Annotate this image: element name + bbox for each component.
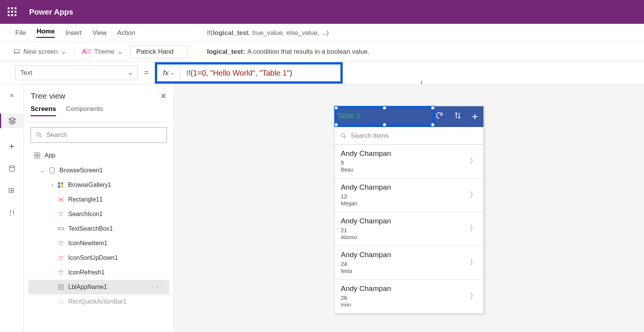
menu-home[interactable]: Home bbox=[36, 28, 54, 38]
tree-view-icon[interactable] bbox=[8, 117, 16, 125]
svg-point-21 bbox=[59, 241, 61, 243]
svg-rect-14 bbox=[61, 185, 63, 188]
list-item[interactable]: Andy Champan 12 Megan 〉 bbox=[335, 178, 483, 212]
formula-bar: Text ⌄ = fx⌄ If(1=0, "Hello World", "Tab… bbox=[0, 61, 644, 84]
svg-point-4 bbox=[37, 133, 40, 136]
svg-point-24 bbox=[61, 256, 63, 258]
control-icon bbox=[58, 269, 64, 276]
sort-icon[interactable] bbox=[453, 111, 462, 122]
svg-rect-6 bbox=[34, 153, 37, 155]
item-name: Andy Champan bbox=[341, 284, 391, 293]
item-subtitle: Beau bbox=[341, 167, 391, 173]
screen-icon bbox=[49, 167, 56, 174]
control-icon bbox=[58, 254, 64, 261]
refresh-icon[interactable] bbox=[435, 111, 444, 122]
chevron-right-icon[interactable]: 〉 bbox=[470, 291, 477, 301]
item-subtitle: Alonso bbox=[341, 234, 391, 240]
font-selector[interactable]: Patrick Hand bbox=[130, 45, 188, 58]
menu-view[interactable]: View bbox=[92, 29, 107, 37]
gallery-icon bbox=[57, 182, 64, 188]
chevron-right-icon: › bbox=[51, 182, 53, 188]
item-name: Andy Champan bbox=[341, 183, 391, 192]
tree-item-rectangle11[interactable]: Rectangle11 bbox=[28, 192, 169, 207]
svg-point-26 bbox=[61, 271, 63, 272]
app-search-input[interactable]: Search items bbox=[335, 127, 483, 145]
app-launcher-icon[interactable] bbox=[8, 7, 17, 17]
equals-label: = bbox=[144, 68, 149, 77]
list-item[interactable]: Andy Champan 21 Alonso 〉 bbox=[335, 212, 483, 246]
tab-screens[interactable]: Screens bbox=[31, 105, 56, 116]
new-screen-button[interactable]: New screen ⌄ bbox=[13, 48, 66, 56]
tree-item-lblappname1[interactable]: LblAppName1 · · · bbox=[28, 280, 169, 294]
list-item[interactable]: Andy Champan 26 Irvin 〉 bbox=[335, 280, 483, 313]
property-dropdown[interactable]: Text ⌄ bbox=[15, 66, 138, 80]
item-number: 24 bbox=[341, 261, 391, 267]
item-name: Andy Champan bbox=[341, 149, 391, 158]
item-subtitle: Megan bbox=[341, 200, 391, 206]
svg-rect-0 bbox=[14, 50, 20, 53]
tab-components[interactable]: Components bbox=[66, 105, 103, 116]
svg-rect-9 bbox=[38, 156, 40, 158]
title-bar: Power Apps bbox=[0, 0, 644, 24]
tree-item-iconnewitem1[interactable]: IconNewItem1 bbox=[28, 236, 169, 251]
app-preview: Table 1 + Search items Andy Champan 5 Be… bbox=[334, 106, 484, 314]
add-icon[interactable]: + bbox=[472, 111, 478, 123]
chevron-right-icon[interactable]: 〉 bbox=[470, 257, 477, 268]
svg-rect-13 bbox=[58, 185, 60, 188]
svg-rect-11 bbox=[58, 182, 60, 185]
close-icon[interactable]: ✕ bbox=[160, 91, 167, 101]
chevron-down-icon: ⌄ bbox=[128, 69, 133, 77]
chevron-right-icon[interactable]: 〉 bbox=[470, 190, 477, 200]
list-item[interactable]: Andy Champan 24 Neta 〉 bbox=[335, 246, 483, 280]
tree-search-input[interactable]: Search bbox=[31, 127, 167, 143]
item-number: 26 bbox=[341, 294, 391, 301]
formula-input[interactable]: If(1=0, "Hello World", "Table 1") bbox=[181, 68, 292, 78]
chevron-down-icon: ⌄ bbox=[40, 167, 45, 174]
tree-item-browsegallery1[interactable]: › BrowseGallery1 bbox=[28, 178, 169, 192]
plus-icon[interactable]: + bbox=[8, 142, 16, 150]
item-name: Andy Champan bbox=[341, 217, 391, 225]
design-canvas[interactable]: Table 1 + Search items Andy Champan 5 Be… bbox=[174, 84, 644, 332]
tree-item-rectquickactionbar1[interactable]: RectQuickActionBar1 bbox=[28, 294, 169, 309]
svg-point-18 bbox=[61, 212, 63, 214]
label-icon bbox=[58, 284, 64, 291]
tree-item-browsescreen1[interactable]: ⌄ BrowseScreen1 bbox=[28, 163, 169, 178]
svg-rect-28 bbox=[59, 300, 63, 303]
svg-point-22 bbox=[61, 241, 63, 243]
tree-item-iconsortupdown1[interactable]: IconSortUpDown1 bbox=[28, 251, 169, 265]
data-icon[interactable] bbox=[8, 164, 16, 173]
selected-label-text[interactable]: Table 1 bbox=[337, 112, 360, 120]
menu-action[interactable]: Action bbox=[117, 29, 135, 37]
tree-item-iconrefresh1[interactable]: IconRefresh1 bbox=[28, 265, 169, 280]
search-icon bbox=[340, 132, 347, 139]
left-rail: ≡ + bbox=[0, 84, 24, 332]
svg-rect-8 bbox=[34, 156, 37, 158]
chevron-right-icon[interactable]: 〉 bbox=[470, 156, 477, 166]
tools-icon[interactable] bbox=[8, 209, 16, 217]
control-icon bbox=[58, 240, 64, 247]
formula-signature: If(logical_test, true_value, else_value,… bbox=[207, 24, 329, 42]
svg-rect-12 bbox=[61, 182, 63, 185]
menu-insert[interactable]: Insert bbox=[66, 29, 82, 37]
hamburger-icon[interactable]: ≡ bbox=[8, 91, 16, 100]
theme-button[interactable]: A̲ͣ Theme ⌄ bbox=[82, 48, 123, 56]
tree-item-textsearchbox1[interactable]: TextSearchBox1 bbox=[28, 221, 169, 236]
app-title: Power Apps bbox=[29, 8, 73, 17]
fx-button[interactable]: fx⌄ bbox=[157, 64, 181, 81]
more-icon[interactable]: · · · bbox=[151, 284, 164, 291]
theme-icon: A̲ͣ bbox=[82, 48, 91, 56]
chevron-down-icon: ⌄ bbox=[117, 48, 123, 56]
item-name: Andy Champan bbox=[341, 251, 391, 259]
media-icon[interactable] bbox=[8, 187, 16, 195]
list-item[interactable]: Andy Champan 5 Beau 〉 bbox=[335, 145, 483, 178]
tree-view-title: Tree view bbox=[31, 91, 65, 101]
tree-view-panel: Tree view ✕ Screens Components Search Ap… bbox=[24, 84, 174, 332]
tree-item-app[interactable]: App bbox=[28, 148, 169, 163]
tree-item-searchicon1[interactable]: SearchIcon1 bbox=[28, 207, 169, 221]
textbox-icon bbox=[58, 225, 64, 232]
menu-file[interactable]: File bbox=[15, 29, 26, 37]
chevron-right-icon[interactable]: 〉 bbox=[470, 223, 477, 234]
rectangle-icon bbox=[58, 298, 64, 305]
svg-rect-7 bbox=[38, 153, 40, 155]
svg-line-30 bbox=[344, 137, 346, 138]
